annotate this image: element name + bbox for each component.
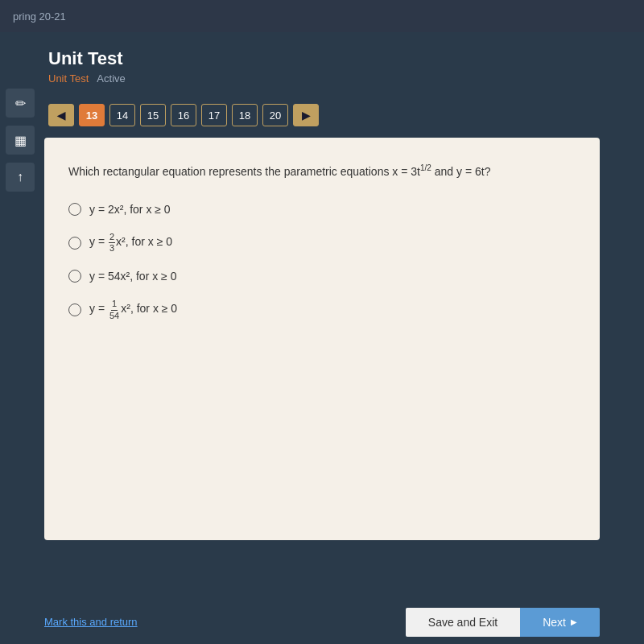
question-text: Which rectangular equation represents th… xyxy=(68,162,576,180)
options-list: y = 2x², for x ≥ 0 y = 23x², for x ≥ 0 y… xyxy=(68,203,576,321)
option-b[interactable]: y = 23x², for x ≥ 0 xyxy=(68,232,576,254)
page-18-button[interactable]: 18 xyxy=(232,104,258,126)
mark-return-link[interactable]: Mark this and return xyxy=(44,616,138,628)
radio-b[interactable] xyxy=(68,237,81,250)
save-exit-button[interactable]: Save and Exit xyxy=(406,608,520,637)
radio-d[interactable] xyxy=(68,303,81,316)
page-14-button[interactable]: 14 xyxy=(109,104,135,126)
option-a-text: y = 2x², for x ≥ 0 xyxy=(89,203,171,216)
breadcrumb: Unit Test Active xyxy=(48,72,596,85)
option-c-text: y = 54x², for x ≥ 0 xyxy=(89,270,176,283)
header-section: Unit Test Unit Test Active xyxy=(0,32,644,104)
option-d[interactable]: y = 154x², for x ≥ 0 xyxy=(68,299,576,320)
calculator-icon[interactable]: ▦ xyxy=(6,126,35,155)
page-17-button[interactable]: 17 xyxy=(201,104,227,126)
content-area: Which rectangular equation represents th… xyxy=(44,138,600,540)
breadcrumb-link[interactable]: Unit Test xyxy=(48,72,89,85)
radio-c[interactable] xyxy=(68,270,81,283)
option-b-text: y = 23x², for x ≥ 0 xyxy=(89,232,172,254)
page-13-button[interactable]: 13 xyxy=(79,104,105,126)
breadcrumb-status: Active xyxy=(97,72,125,85)
top-bar: pring 20-21 xyxy=(0,0,644,32)
prev-page-button[interactable]: ◀ xyxy=(48,104,74,126)
footer-bar: Mark this and return Save and Exit Next xyxy=(0,600,644,644)
next-button[interactable]: Next xyxy=(520,608,600,637)
page-20-button[interactable]: 20 xyxy=(262,104,288,126)
main-container: ✏ ▦ ↑ Unit Test Unit Test Active ◀ 13 14… xyxy=(0,32,644,644)
option-d-text: y = 154x², for x ≥ 0 xyxy=(89,299,177,320)
page-title: Unit Test xyxy=(48,48,596,69)
arrow-up-icon[interactable]: ↑ xyxy=(6,163,35,192)
left-sidebar: ✏ ▦ ↑ xyxy=(0,80,40,192)
footer-buttons: Save and Exit Next xyxy=(406,608,600,637)
pencil-icon[interactable]: ✏ xyxy=(6,89,35,118)
option-c[interactable]: y = 54x², for x ≥ 0 xyxy=(68,270,576,283)
page-15-button[interactable]: 15 xyxy=(140,104,166,126)
page-16-button[interactable]: 16 xyxy=(171,104,196,126)
next-page-button[interactable]: ▶ xyxy=(293,104,319,126)
radio-a[interactable] xyxy=(68,203,81,216)
top-bar-label: pring 20-21 xyxy=(13,10,66,23)
pagination-bar: ◀ 13 14 15 16 17 18 20 ▶ xyxy=(0,104,644,138)
option-a[interactable]: y = 2x², for x ≥ 0 xyxy=(68,203,576,216)
